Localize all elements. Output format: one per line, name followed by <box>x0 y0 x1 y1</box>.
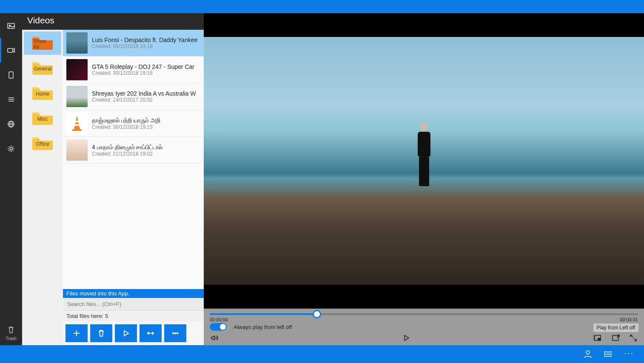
file-created: Created: 14/12/2017 20:52 <box>92 97 196 103</box>
folder-label: Home <box>36 91 49 96</box>
appbar-more-button[interactable]: ··· <box>624 349 634 360</box>
player-panel: 00:00:00 00:03:31 Always play from left … <box>204 13 644 345</box>
player-controls: 00:00:00 00:03:31 Always play from left … <box>204 309 644 345</box>
file-created: Created: 30/12/2018 19:18 <box>92 43 198 49</box>
file-row[interactable]: 4 பாதாம் தினமும் சாப்பிட்டால் Created: 2… <box>63 137 204 164</box>
svg-point-30 <box>604 356 605 357</box>
status-message: Files moved into this App. <box>63 289 204 298</box>
nav-rail: Trash <box>0 13 22 345</box>
move-button[interactable] <box>140 324 162 342</box>
play-icon <box>402 334 410 342</box>
file-row[interactable]: Shreyas Iyer 202 India A vs Australia W … <box>63 83 204 110</box>
file-title: தாஜ்மஹால் பற்றி யாரும் அறி <box>92 117 160 124</box>
svg-point-24 <box>586 351 590 354</box>
folder-misc[interactable]: Misc <box>24 107 61 130</box>
account-button[interactable] <box>583 349 593 359</box>
always-play-label: Always play from left off <box>234 324 292 330</box>
file-row[interactable]: Luis Fonsi - Despacito ft. Daddy Yankee … <box>63 30 204 57</box>
file-title: Shreyas Iyer 202 India A vs Australia W <box>92 90 196 97</box>
folder-show-all[interactable]: Show All <box>24 31 61 55</box>
folder-label: Office <box>36 141 49 147</box>
file-thumbnail <box>66 113 88 134</box>
video-area[interactable] <box>204 13 644 309</box>
seek-fill <box>210 313 317 315</box>
file-thumbnail <box>66 32 88 54</box>
main-row: Trash Videos Show All General <box>0 13 644 345</box>
person-icon <box>583 349 593 359</box>
play-button[interactable] <box>115 324 137 342</box>
seek-bar[interactable] <box>210 309 638 320</box>
list-actions <box>63 321 204 345</box>
delete-button[interactable] <box>90 324 112 342</box>
folder-label: Show All <box>33 38 52 50</box>
library-panel: Videos Show All General Home <box>22 13 204 345</box>
file-list[interactable]: Luis Fonsi - Despacito ft. Daddy Yankee … <box>63 30 204 289</box>
folder-office[interactable]: Office <box>24 132 61 155</box>
nav-settings[interactable] <box>0 136 22 161</box>
nav-device[interactable] <box>0 62 22 87</box>
fullscreen-button[interactable] <box>629 333 638 343</box>
nav-trash[interactable]: Trash <box>0 325 22 345</box>
svg-point-19 <box>177 333 178 334</box>
more-icon <box>171 329 180 337</box>
file-thumbnail <box>66 86 88 107</box>
nav-list[interactable] <box>0 87 22 112</box>
volume-button[interactable] <box>210 333 219 343</box>
nav-web[interactable] <box>0 112 22 136</box>
svg-rect-2 <box>8 48 13 52</box>
file-row[interactable]: தாஜ்மஹால் பற்றி யாரும் அறி Created: 30/1… <box>63 110 204 137</box>
arrows-horizontal-icon <box>146 329 155 337</box>
fullscreen-icon <box>629 334 638 342</box>
file-created: Created: 30/12/2018 19:13 <box>92 124 160 130</box>
video-frame <box>204 37 644 284</box>
cone-icon <box>71 115 83 132</box>
video-subject <box>415 124 433 187</box>
nav-videos[interactable] <box>0 38 22 62</box>
play-icon <box>122 329 130 337</box>
file-title: Luis Fonsi - Despacito ft. Daddy Yankee <box>92 37 198 43</box>
file-row[interactable]: GTA 5 Roleplay - DOJ 247 - Super Car Cre… <box>63 57 204 83</box>
nav-rail-top <box>0 13 22 325</box>
folder-label: Misc <box>37 116 48 122</box>
trash-icon <box>7 325 15 335</box>
svg-point-17 <box>173 333 174 334</box>
play-pause-button[interactable] <box>402 333 411 343</box>
tooltip-play-from-left-off: Play from Left off <box>593 323 639 332</box>
gear-icon <box>7 145 15 153</box>
always-play-toggle[interactable] <box>210 323 227 331</box>
svg-point-18 <box>175 333 176 334</box>
bottom-app-bar: ··· <box>0 345 644 363</box>
photo-icon <box>7 21 15 30</box>
add-button[interactable] <box>66 324 88 342</box>
svg-rect-12 <box>74 124 80 126</box>
folder-home[interactable]: Home <box>24 82 61 105</box>
file-list-panel: Luis Fonsi - Despacito ft. Daddy Yankee … <box>63 30 204 345</box>
file-title: 4 பாதாம் தினமும் சாப்பிட்டால் <box>92 144 162 151</box>
svg-point-10 <box>10 147 12 150</box>
file-created: Created: 21/12/2018 19:02 <box>92 151 162 157</box>
video-icon <box>7 46 15 54</box>
queue-button[interactable] <box>604 349 613 359</box>
folder-general[interactable]: General <box>24 57 61 80</box>
total-files-label: Total files here: 5 <box>63 310 204 321</box>
app-window: Trash Videos Show All General <box>0 13 644 363</box>
svg-rect-23 <box>613 335 618 340</box>
folder-label: General <box>34 65 52 71</box>
svg-rect-13 <box>72 129 82 131</box>
svg-point-29 <box>604 354 605 354</box>
list-icon <box>7 95 15 104</box>
file-created: Created: 30/12/2018 19:16 <box>92 70 194 76</box>
library-title: Videos <box>22 13 204 30</box>
svg-point-28 <box>604 352 605 352</box>
mini-player-button[interactable] <box>593 333 602 343</box>
list-icon <box>604 349 613 359</box>
plus-icon <box>72 329 81 337</box>
seek-thumb[interactable] <box>313 310 321 318</box>
trash-icon <box>97 329 105 337</box>
more-button[interactable] <box>164 324 186 342</box>
nav-photos[interactable] <box>0 13 22 38</box>
file-title: GTA 5 Roleplay - DOJ 247 - Super Car <box>92 63 194 70</box>
titlebar <box>0 0 644 13</box>
search-input[interactable] <box>63 298 204 310</box>
pip-button[interactable] <box>611 333 620 343</box>
